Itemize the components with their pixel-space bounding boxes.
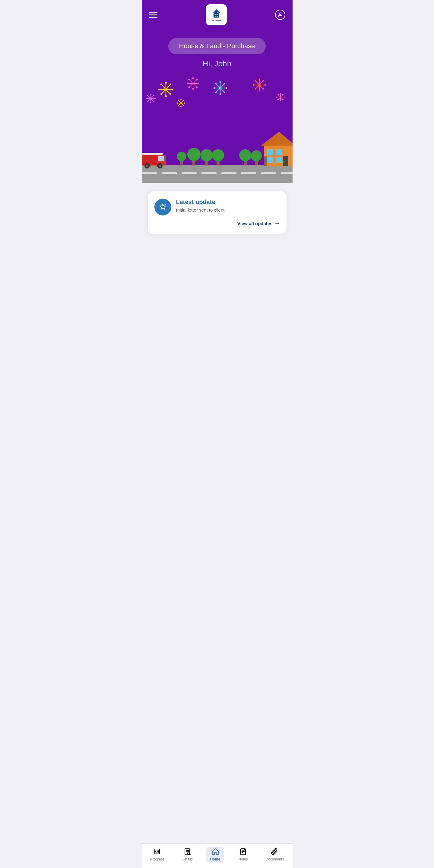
svg-rect-130	[281, 173, 293, 174]
property-type-badge: House & Land - Purchase	[168, 38, 266, 54]
svg-rect-153	[267, 149, 273, 155]
svg-point-104	[178, 100, 179, 101]
svg-point-7	[279, 13, 281, 14]
svg-rect-1	[214, 14, 216, 16]
details-nav-label: Details	[181, 857, 193, 861]
svg-rect-4	[216, 16, 218, 17]
update-subtitle: Initial letter sent to client	[176, 207, 280, 213]
documents-nav-label: Documents	[266, 857, 284, 861]
menu-button[interactable]	[149, 12, 157, 18]
svg-point-51	[225, 87, 227, 89]
view-all-updates-link[interactable]: View all updates →	[237, 220, 280, 227]
svg-point-19	[172, 89, 173, 90]
svg-point-135	[146, 164, 148, 167]
scene-illustration	[142, 123, 293, 183]
svg-point-120	[278, 94, 279, 95]
svg-point-144	[212, 149, 224, 161]
svg-point-86	[147, 101, 148, 102]
svg-point-38	[188, 87, 190, 88]
svg-point-23	[158, 89, 160, 90]
svg-point-20	[170, 93, 171, 95]
user-profile-button[interactable]	[275, 10, 285, 20]
documents-icon	[271, 848, 279, 856]
nav-item-details[interactable]: Details	[178, 846, 196, 863]
svg-point-81	[150, 94, 151, 95]
logo-text: ON POINT	[211, 19, 221, 22]
update-title: Latest update	[176, 198, 280, 206]
svg-point-68	[262, 88, 264, 90]
svg-point-50	[224, 83, 225, 85]
svg-rect-127	[221, 173, 236, 174]
svg-rect-125	[181, 173, 197, 174]
svg-point-142	[201, 149, 213, 161]
svg-point-35	[198, 83, 199, 84]
update-card: Latest update Initial letter sent to cli…	[148, 191, 287, 234]
svg-point-37	[192, 88, 194, 90]
svg-point-113	[280, 93, 281, 94]
svg-point-97	[180, 99, 181, 100]
nav-item-progress[interactable]: Progress	[147, 846, 168, 863]
notes-icon	[239, 848, 247, 856]
svg-point-117	[280, 100, 281, 101]
svg-point-158	[283, 161, 284, 162]
svg-point-87	[146, 98, 147, 99]
svg-point-101	[180, 106, 181, 107]
svg-rect-0	[213, 13, 219, 18]
home-icon	[211, 848, 219, 856]
app-logo: ON POINT	[206, 4, 227, 25]
update-text-area: Latest update Initial letter sent to cli…	[176, 198, 280, 213]
svg-point-24	[161, 84, 162, 85]
svg-point-119	[276, 96, 278, 98]
property-type-text: House & Land - Purchase	[179, 42, 255, 50]
svg-point-84	[153, 101, 154, 102]
svg-rect-128	[241, 173, 256, 174]
svg-rect-126	[201, 173, 216, 174]
svg-rect-6	[215, 10, 217, 13]
svg-point-118	[278, 99, 279, 100]
svg-point-150	[251, 150, 262, 161]
nav-item-documents[interactable]: Documents	[262, 846, 288, 863]
svg-line-173	[190, 854, 191, 855]
svg-point-116	[282, 99, 284, 100]
svg-point-40	[188, 79, 190, 81]
nav-item-home[interactable]: Home	[206, 846, 224, 863]
svg-rect-159	[264, 156, 267, 166]
svg-point-69	[258, 90, 260, 92]
svg-point-65	[258, 79, 260, 80]
nav-item-notes[interactable]: Notes	[234, 846, 252, 863]
greeting-text: Hi, John	[148, 59, 287, 68]
svg-point-36	[196, 87, 198, 88]
svg-point-33	[192, 78, 194, 79]
svg-point-55	[213, 87, 215, 89]
arrow-icon: →	[274, 220, 280, 227]
svg-point-82	[153, 95, 154, 96]
svg-point-66	[262, 80, 264, 82]
svg-point-98	[183, 100, 184, 101]
svg-point-115	[284, 96, 285, 98]
svg-rect-3	[214, 16, 216, 17]
svg-point-72	[255, 80, 256, 82]
svg-line-162	[165, 204, 166, 205]
svg-rect-133	[158, 156, 164, 161]
svg-rect-123	[142, 173, 157, 174]
svg-point-99	[184, 102, 185, 104]
progress-icon	[153, 848, 161, 856]
svg-rect-156	[276, 157, 282, 163]
bottom-navigation: Progress Details Home	[142, 843, 293, 868]
svg-point-88	[147, 95, 148, 96]
fireworks-scene	[142, 74, 293, 123]
svg-point-137	[158, 164, 161, 167]
home-nav-label: Home	[210, 857, 220, 861]
progress-nav-label: Progress	[150, 857, 165, 861]
svg-line-163	[160, 204, 161, 205]
svg-point-70	[255, 88, 256, 90]
svg-rect-155	[267, 157, 273, 163]
main-content: Latest update Initial letter sent to cli…	[142, 191, 293, 342]
svg-point-114	[282, 94, 284, 95]
svg-point-85	[150, 102, 151, 103]
svg-point-103	[177, 102, 178, 104]
svg-point-67	[264, 84, 266, 86]
svg-point-148	[239, 149, 251, 161]
svg-point-146	[177, 152, 186, 161]
update-icon-circle	[154, 198, 171, 216]
